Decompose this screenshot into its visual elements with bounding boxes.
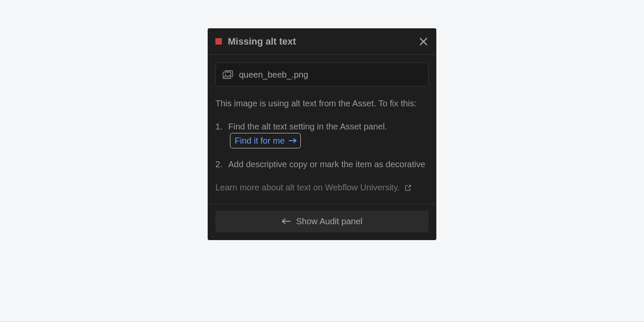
find-it-for-me-link[interactable]: Find it for me (230, 133, 301, 148)
fix-step-1: Find the alt text setting in the Asset p… (215, 120, 429, 148)
fix-step-2-text: Add descriptive copy or mark the item as… (228, 159, 425, 169)
learn-more-link[interactable]: Learn more about alt text on Webflow Uni… (215, 181, 429, 195)
asset-filename: queen_beeb_.png (239, 68, 308, 81)
image-file-icon (223, 70, 233, 79)
panel-body: queen_beeb_.png This image is using alt … (208, 55, 436, 204)
svg-rect-2 (223, 72, 231, 78)
severity-indicator-icon (215, 38, 222, 45)
audit-button-label: Show Audit panel (296, 217, 363, 226)
panel-title-wrap: Missing alt text (215, 34, 296, 48)
external-link-icon (405, 182, 411, 195)
close-icon[interactable] (418, 36, 429, 47)
asset-filename-row[interactable]: queen_beeb_.png (215, 63, 429, 87)
panel-header: Missing alt text (208, 28, 436, 55)
fix-step-1-text: Find the alt text setting in the Asset p… (228, 122, 387, 131)
show-audit-panel-button[interactable]: Show Audit panel (215, 211, 429, 232)
arrow-left-icon (281, 218, 291, 225)
issue-description: This image is using alt text from the As… (215, 97, 429, 110)
svg-point-3 (225, 74, 226, 75)
fix-step-2: Add descriptive copy or mark the item as… (215, 158, 429, 171)
fix-steps-list: Find the alt text setting in the Asset p… (215, 120, 429, 171)
audit-issue-panel: Missing alt text queen_beeb_.png This im… (208, 28, 436, 240)
panel-footer: Show Audit panel (208, 204, 436, 240)
learn-more-text: Learn more about alt text on Webflow Uni… (215, 183, 399, 192)
panel-title: Missing alt text (228, 34, 296, 48)
arrow-right-icon (288, 138, 297, 144)
find-link-label: Find it for me (235, 134, 285, 147)
